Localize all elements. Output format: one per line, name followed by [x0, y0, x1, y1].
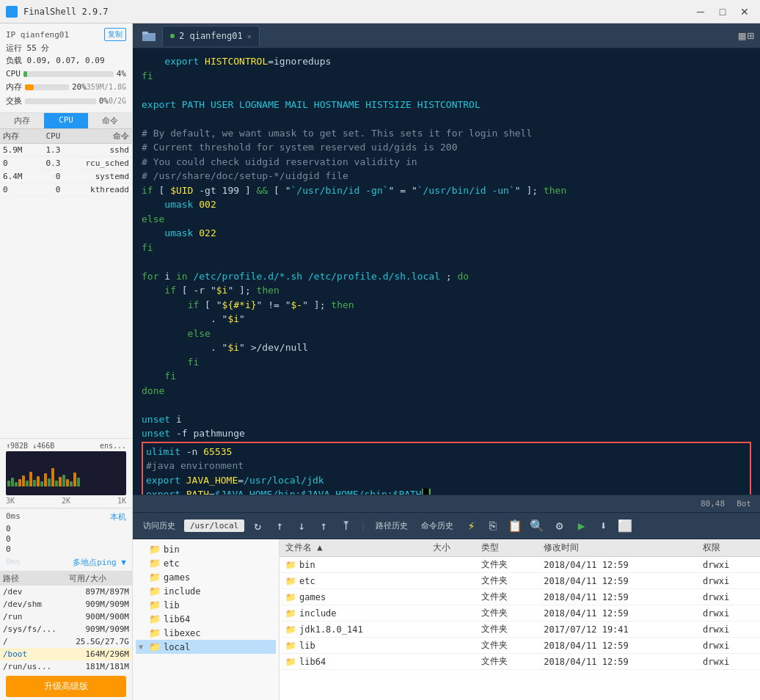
disk-row: /25.5G/27.7G [0, 635, 132, 648]
file-row[interactable]: 📁games 文件夹 2018/04/11 12:59 drwxi [279, 589, 760, 605]
disk-size: 897M/897M [66, 586, 132, 598]
file-row[interactable]: 📁lib64 文件夹 2018/04/11 12:59 drwxi [279, 654, 760, 670]
proc-name: kthreadd [63, 183, 132, 197]
disk-col-path: 路径 [0, 572, 66, 586]
file-row[interactable]: 📁lib 文件夹 2018/04/11 12:59 drwxi [279, 638, 760, 654]
file-type: 文件夹 [475, 589, 538, 605]
paste-icon[interactable]: 📋 [506, 517, 524, 535]
tree-item[interactable]: 📁libexec [136, 626, 276, 640]
tree-item[interactable]: 📁lib64 [136, 612, 276, 626]
close-button[interactable]: ✕ [735, 4, 754, 19]
file-name: 📁include [279, 605, 427, 621]
terminal-tab[interactable]: 2 qianfeng01 ✕ [162, 26, 260, 46]
terminal-area[interactable]: export HISTCONTROL=ignoredups fi export … [133, 48, 760, 495]
term-line: if [ $UID -gt 199 ] && [ "`/usr/bin/id -… [142, 183, 751, 198]
file-row[interactable]: 📁bin 文件夹 2018/04/11 12:59 drwxi [279, 557, 760, 573]
copy-icon[interactable]: ⎘ [484, 517, 502, 535]
file-col-权限[interactable]: 权限 [697, 539, 760, 557]
disk-row: /boot164M/296M [0, 648, 132, 660]
mem-value: 359M/1.8G [87, 83, 126, 91]
copy-button[interactable]: 复制 [104, 28, 126, 41]
arrow-down-icon[interactable]: ⬇ [594, 517, 612, 535]
file-row[interactable]: 📁jdk1.8.0_141 文件夹 2017/07/12 19:41 drwxi [279, 621, 760, 638]
tree-item[interactable]: 📁lib [136, 598, 276, 612]
file-row[interactable]: 📁etc 文件夹 2018/04/11 12:59 drwxi [279, 573, 760, 589]
grid-icon-2[interactable]: ⊞ [747, 29, 754, 43]
status-bot: Bot [737, 499, 751, 508]
tree-item[interactable]: 📁include [136, 584, 276, 598]
upgrade-button[interactable]: 升级高级版 [6, 676, 126, 697]
file-modified: 2018/04/11 12:59 [538, 573, 697, 589]
grid-icon-1[interactable]: ▦ [739, 29, 746, 43]
cmd-history-button[interactable]: 命令历史 [417, 519, 458, 533]
search-icon[interactable]: 🔍 [528, 517, 546, 535]
multiping-link[interactable]: 多地点ping ▼ [73, 557, 126, 568]
disk-row: /run900M/900M [0, 610, 132, 623]
path-display[interactable]: /usr/local [184, 519, 244, 532]
term-line: if [ "${#*i}" != "$-" ]; then [142, 298, 751, 313]
download-icon[interactable]: ↓ [293, 517, 310, 535]
file-name: 📁bin [279, 557, 427, 573]
file-col-修改时间[interactable]: 修改时间 [538, 539, 697, 557]
status-bar: 80,48 Bot [133, 495, 760, 512]
path-history-button[interactable]: 路径历史 [371, 519, 412, 533]
proc-mem: 0 [0, 183, 35, 197]
chart-bars [6, 451, 126, 488]
term-line: export HISTCONTROL=ignoredups [142, 54, 751, 69]
file-col-大小[interactable]: 大小 [427, 539, 475, 557]
term-line: unset -f pathmunge [142, 426, 751, 441]
stop-icon[interactable]: ⬜ [616, 517, 634, 535]
tab-memory[interactable]: 内存 [0, 113, 44, 128]
term-line: if [ -r "$i" ]; then [142, 283, 751, 298]
tab-cpu[interactable]: CPU [44, 113, 88, 128]
file-col-类型[interactable]: 类型 [475, 539, 538, 557]
app-icon [6, 6, 18, 18]
folder-button[interactable] [139, 26, 159, 45]
upload2-icon[interactable]: ⤒ [337, 517, 354, 535]
term-line: #java environment [146, 459, 747, 473]
file-col-文件名[interactable]: 文件名 ▲ [279, 539, 427, 557]
proc-name: sshd [63, 144, 132, 157]
swap-value: 0/2G [109, 97, 126, 105]
proc-cpu: 0.3 [35, 157, 64, 170]
term-line: unset i [142, 412, 751, 427]
tree-item[interactable]: 📁games [136, 570, 276, 584]
folder-icon: 📁 [149, 599, 161, 610]
chart-bar [55, 481, 58, 486]
visit-history-button[interactable]: 访问历史 [139, 519, 180, 533]
disk-path: /boot [0, 648, 66, 660]
file-tree: 📁bin📁etc📁games📁include📁lib📁lib64📁libexec… [133, 539, 279, 700]
tree-item[interactable]: 📁etc [136, 556, 276, 570]
process-tabs: 内存 CPU 命令 [0, 113, 132, 129]
local-ping-link[interactable]: 本机 [110, 511, 126, 522]
chart-bar [37, 476, 40, 486]
sort-icon: ▲ [317, 542, 322, 553]
maximize-button[interactable]: □ [713, 4, 732, 19]
chart-bar [66, 479, 69, 486]
folder-icon: 📁 [285, 624, 296, 635]
term-line: . "$i" >/dev/null [142, 340, 751, 355]
svg-rect-1 [142, 32, 148, 34]
up-icon[interactable]: ↑ [271, 517, 288, 535]
network-chart: ↑982B ↓466B ens... [0, 438, 132, 508]
minimize-button[interactable]: ─ [691, 4, 710, 19]
tree-item[interactable]: 📁bin [136, 542, 276, 556]
play-icon[interactable]: ▶ [572, 517, 590, 535]
file-row[interactable]: 📁include 文件夹 2018/04/11 12:59 drwxi [279, 605, 760, 621]
disk-size: 181M/181M [66, 660, 132, 673]
file-modified: 2018/04/11 12:59 [538, 654, 697, 670]
upload-icon[interactable]: ↑ [315, 517, 332, 535]
ping-header: 0ms 本机 [6, 511, 126, 522]
settings-icon[interactable]: ⚙ [550, 517, 568, 535]
ping-value: 0ms [6, 511, 21, 522]
disk-size: 909M/909M [66, 598, 132, 610]
mem-row: 内存 20% 359M/1.8G [6, 81, 126, 92]
lightning-icon[interactable]: ⚡ [462, 517, 480, 535]
folder-icon: 📁 [285, 592, 296, 602]
tree-item[interactable]: ▼📁local [136, 640, 276, 654]
swap-label: 交换 [6, 95, 22, 106]
runtime-label: 运行 55 分 [6, 43, 50, 54]
tab-close-icon[interactable]: ✕ [247, 32, 252, 40]
refresh-icon[interactable]: ↻ [249, 517, 266, 535]
tab-command[interactable]: 命令 [88, 113, 132, 128]
